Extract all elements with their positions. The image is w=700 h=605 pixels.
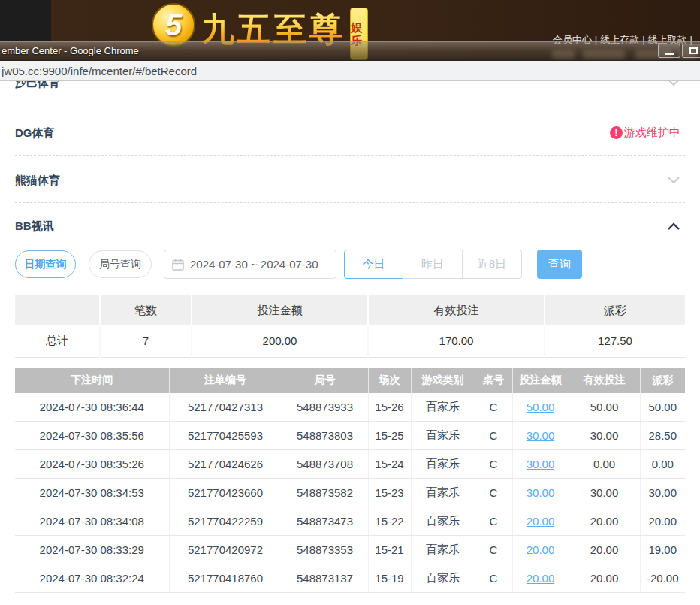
table-cell: 0.00 — [569, 450, 640, 479]
chrome-urlbar[interactable]: jw05.cc:9900/infe/mcenter/#/betRecord — [0, 61, 700, 81]
col-bet-amount: 投注金额 — [512, 368, 569, 393]
table-cell: 20.00 — [512, 536, 569, 564]
table-cell: 百家乐 — [411, 422, 475, 450]
date-query-tab[interactable]: 日期查询 — [15, 250, 76, 278]
table-cell: 548873933 — [282, 393, 368, 422]
exclamation-icon: ! — [610, 126, 623, 139]
table-cell: 30.00 — [569, 479, 640, 507]
table-row: 2024-07-30 08:35:26521770424626548873708… — [15, 450, 685, 479]
table-cell: C — [475, 536, 512, 564]
table-cell: 521770418760 — [169, 564, 282, 593]
table-cell: 521770422259 — [169, 507, 282, 536]
table-cell: C — [475, 507, 512, 536]
bet-amount-link[interactable]: 20.00 — [527, 572, 555, 585]
table-row: 2024-07-30 08:34:08521770422259548873473… — [15, 507, 685, 536]
header-corner-block — [0, 0, 51, 41]
summary-table: 笔数 投注金额 有效投注 派彩 总计 7 200.00 170.00 127.5… — [15, 295, 685, 358]
table-cell: 2024-07-30 08:34:53 — [15, 479, 169, 507]
summary-header-cell — [15, 295, 100, 325]
table-cell: 20.00 — [512, 564, 569, 593]
section-title: 熊猫体育 — [15, 174, 60, 188]
table-cell: -20.00 — [640, 564, 685, 593]
search-button[interactable]: 查询 — [537, 250, 582, 279]
col-valid-bet: 有效投注 — [569, 368, 640, 393]
table-cell: 548873137 — [282, 564, 368, 593]
table-row: 2024-07-30 08:35:56521770425593548873803… — [15, 422, 685, 450]
col-payout: 派彩 — [640, 368, 685, 393]
table-cell: 0.00 — [640, 450, 685, 479]
table-cell: 2024-07-30 08:35:56 — [15, 422, 169, 450]
yesterday-button[interactable]: 昨日 — [403, 250, 463, 279]
maintenance-notice: ! 游戏维护中 — [610, 126, 680, 140]
summary-header-row: 笔数 投注金额 有效投注 派彩 — [15, 295, 685, 325]
bet-amount-link[interactable]: 30.00 — [527, 458, 555, 470]
table-cell: 15-24 — [368, 450, 411, 479]
maintenance-text: 游戏维护中 — [624, 126, 680, 140]
summary-header-cell: 有效投注 — [368, 295, 545, 325]
table-cell: 15-19 — [368, 564, 411, 593]
chrome-titlebar[interactable]: ember Center - Google Chrome — [0, 41, 700, 61]
section-dg-sports[interactable]: DG体育 ! 游戏维护中 — [15, 107, 685, 156]
table-cell: 百家乐 — [411, 507, 475, 536]
maximize-button[interactable] — [682, 44, 700, 58]
minimize-button[interactable] — [658, 44, 680, 58]
table-cell: 20.00 — [569, 536, 640, 564]
maximize-icon — [689, 47, 698, 54]
today-button[interactable]: 今日 — [344, 250, 403, 279]
col-session: 场次 — [368, 368, 411, 393]
col-bet-time: 下注时间 — [15, 368, 169, 393]
table-cell: C — [475, 422, 512, 450]
table-cell: 548873353 — [282, 536, 368, 564]
table-cell: C — [475, 450, 512, 479]
section-panda-sports[interactable]: 熊猫体育 — [15, 156, 685, 203]
col-game-type: 游戏类别 — [411, 368, 475, 393]
summary-header-cell: 笔数 — [100, 295, 192, 325]
table-cell: 521770423660 — [169, 479, 282, 507]
date-range-input[interactable]: 2024-07-30 ~ 2024-07-30 — [164, 250, 336, 279]
summary-bet-amount: 200.00 — [192, 325, 368, 357]
table-cell: 30.00 — [512, 450, 569, 479]
summary-total-label: 总计 — [15, 325, 100, 357]
bet-amount-link[interactable]: 20.00 — [527, 515, 555, 528]
table-cell: 521770424626 — [169, 450, 282, 479]
chevron-up-icon — [667, 220, 680, 234]
table-cell: 20.00 — [640, 507, 685, 536]
table-cell: C — [475, 564, 512, 593]
col-bet-id: 注单编号 — [169, 368, 282, 393]
table-cell: 548873582 — [282, 479, 368, 507]
table-cell: 30.00 — [569, 422, 640, 450]
table-cell: 百家乐 — [411, 479, 475, 507]
last-8-days-button[interactable]: 近8日 — [463, 250, 522, 279]
table-cell: C — [475, 393, 512, 422]
table-cell: 50.00 — [569, 393, 640, 422]
minimize-icon — [665, 53, 674, 55]
col-table-no: 桌号 — [475, 368, 512, 393]
window-title: ember Center - Google Chrome — [2, 45, 139, 56]
table-cell: 百家乐 — [411, 564, 475, 593]
section-title: BB视讯 — [15, 219, 54, 234]
summary-payout: 127.50 — [545, 325, 685, 357]
bet-amount-link[interactable]: 20.00 — [527, 543, 555, 556]
section-bb-video[interactable]: BB视讯 — [15, 203, 685, 244]
table-cell: 20.00 — [512, 507, 569, 536]
bet-amount-link[interactable]: 50.00 — [527, 401, 555, 413]
table-cell: 548873708 — [282, 450, 368, 479]
chevron-down-icon — [667, 174, 680, 188]
bet-amount-link[interactable]: 30.00 — [527, 429, 555, 442]
table-cell: 20.00 — [569, 564, 640, 593]
table-cell: 2024-07-30 08:36:44 — [15, 393, 169, 422]
table-cell: 521770425593 — [169, 422, 282, 450]
round-query-tab[interactable]: 局号查询 — [89, 250, 152, 278]
bet-record-table: 下注时间 注单编号 局号 场次 游戏类别 桌号 投注金额 有效投注 派彩 202… — [15, 368, 685, 594]
table-cell: 2024-07-30 08:32:24 — [15, 564, 169, 593]
table-cell: 521770420972 — [169, 536, 282, 564]
page: 5 九五至尊 娱乐 会员中心|线上存款|线上取款| ember Center -… — [0, 0, 700, 605]
table-cell: 2024-07-30 08:34:08 — [15, 507, 169, 536]
summary-valid-bet: 170.00 — [368, 325, 545, 357]
table-row: 2024-07-30 08:33:29521770420972548873353… — [15, 536, 685, 564]
table-cell: 548873803 — [282, 422, 368, 450]
logo-5-icon: 5 — [152, 3, 195, 47]
member-center-content: 沙巴体育 DG体育 ! 游戏维护中 熊猫体育 BB视讯 日期查询 — [0, 72, 700, 605]
bet-amount-link[interactable]: 30.00 — [527, 486, 555, 499]
table-cell: 30.00 — [640, 479, 685, 507]
